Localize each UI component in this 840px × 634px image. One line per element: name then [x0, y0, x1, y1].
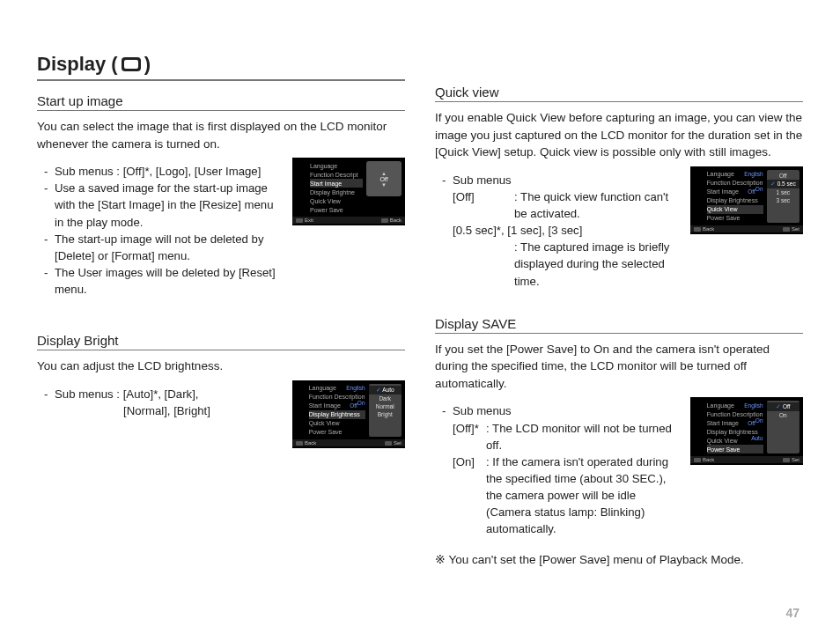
bright-bullet-1b: [Normal], [Bright]	[55, 404, 210, 417]
page-title-text-1: Display (	[37, 53, 118, 76]
quick-footer-left: Back	[694, 226, 714, 232]
bright-bullet-1: Sub menus : [Auto]*, [Dark],	[55, 387, 198, 401]
quick-times-label: [0.5 sec]*, [1 sec], [3 sec]	[453, 222, 680, 239]
quick-screen-options: Off0.5 sec1 sec3 sec	[767, 170, 799, 223]
quick-off-label: [Off]	[453, 188, 514, 222]
save-off-desc: : The LCD monitor will not be turned off…	[486, 420, 680, 453]
startup-bullet-3: The start-up image will not be deleted b…	[55, 231, 282, 264]
startup-screen-popup: ▲ Off ▼	[366, 161, 402, 196]
display-icon	[122, 57, 141, 71]
startup-screen: LanguageFunction DescriptStart ImageDisp…	[292, 158, 405, 225]
startup-bullet-4: The User images will be deleted by [Rese…	[55, 264, 282, 298]
startup-footer-right: Back	[381, 217, 402, 223]
save-off-label: [Off]*	[453, 420, 486, 453]
save-on-label: [On]	[453, 453, 486, 538]
save-on-desc: : If the camera isn't operated during th…	[486, 453, 680, 538]
section-save-bullets: -Sub menus [Off]* : The LCD monitor will…	[442, 402, 680, 537]
bright-footer-left: Back	[296, 440, 316, 446]
section-startup-intro: You can select the image that is first d…	[37, 118, 405, 152]
quick-submenus-label: Sub menus	[453, 172, 512, 188]
save-screen-options: OffOn	[767, 401, 799, 453]
section-bright-heading: Display Bright	[37, 333, 405, 350]
section-save-intro: If you set the [Power Save] to On and th…	[435, 341, 803, 393]
save-submenus-label: Sub menus	[453, 402, 512, 419]
section-quick-intro: If you enable Quick View before capturin…	[435, 109, 803, 161]
right-column: Quick view If you enable Quick View befo…	[435, 53, 803, 574]
startup-footer-left: Exit	[296, 217, 313, 223]
save-footer-left: Back	[694, 457, 714, 462]
quick-footer-right: Set	[783, 226, 799, 232]
page-number: 47	[785, 606, 799, 620]
save-note: ※ You can't set the [Power Save] menu of…	[435, 551, 803, 569]
section-quick-bullets: -Sub menus [Off] : The quick view functi…	[442, 172, 680, 290]
startup-popup-value: Off	[379, 176, 387, 182]
save-screen: LanguageEnglishFunction DescriptionOnSta…	[690, 397, 803, 465]
section-bright-bullets: - Sub menus : [Auto]*, [Dark], [Normal],…	[44, 386, 282, 419]
section-startup-heading: Start up image	[37, 93, 405, 111]
startup-bullet-1: Sub menus : [Off]*, [Logo], [User Image]	[55, 163, 261, 180]
quick-times-desc: : The captured image is briefly displaye…	[453, 239, 680, 289]
section-quick-heading: Quick view	[435, 85, 803, 102]
bright-footer-right: Set	[385, 440, 402, 446]
startup-bullet-2: Use a saved image for the start-up image…	[55, 180, 282, 230]
bright-screen: LanguageEnglishFunction DescriptionOnSta…	[292, 380, 405, 448]
section-startup-bullets: -Sub menus : [Off]*, [Logo], [User Image…	[44, 163, 282, 298]
quick-off-desc: : The quick view function can't be activ…	[514, 188, 680, 222]
section-save-heading: Display SAVE	[435, 316, 803, 334]
quick-screen: LanguageEnglishFunction DescriptionOnSta…	[690, 166, 803, 234]
page-title-text-2: )	[144, 53, 151, 76]
bright-screen-options: AutoDarkNormalBright	[369, 384, 402, 437]
section-bright-intro: You can adjust the LCD brightness.	[37, 358, 405, 375]
page-title: Display ( )	[37, 53, 405, 81]
left-column: Display ( ) Start up image You can selec…	[37, 53, 405, 574]
save-footer-right: Set	[783, 457, 799, 462]
